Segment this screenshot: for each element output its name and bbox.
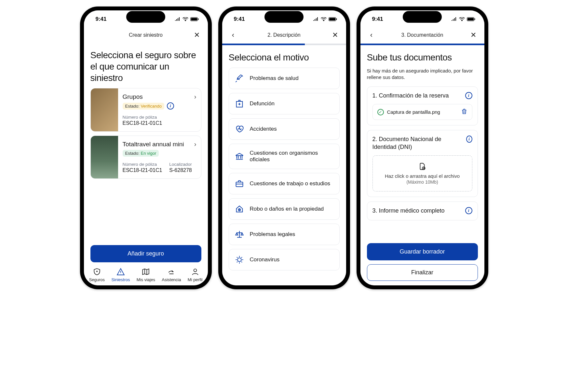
back-icon[interactable]: ‹ <box>367 31 376 40</box>
save-draft-button[interactable]: Guardar borrador <box>367 243 478 260</box>
policy-name: Totaltravel annual mini <box>123 141 184 148</box>
info-icon[interactable]: i <box>465 207 472 214</box>
dropzone-hint: Haz click o arrastra aquí el archivo <box>376 173 469 179</box>
close-icon[interactable]: ✕ <box>192 31 201 40</box>
locator: Localizador S-628278 <box>169 162 192 173</box>
status-time: 9:41 <box>234 16 245 22</box>
tab-mi-perfil[interactable]: Mi perfil <box>188 268 203 282</box>
motive-label: Problemas de salud <box>250 75 299 82</box>
briefcase-icon <box>235 179 244 188</box>
battery-icon <box>190 17 199 21</box>
virus-icon <box>235 255 244 264</box>
tab-bar: Seguros Siniestros Mis viajes Asistencia… <box>84 266 208 285</box>
cellular-icon <box>451 17 457 21</box>
trash-icon[interactable] <box>461 108 467 116</box>
policy-card[interactable]: Totaltravel annual mini › Estado: En vig… <box>90 136 201 179</box>
bank-icon <box>235 152 244 161</box>
dropzone-max: (Máximo 10Mb) <box>376 179 469 185</box>
wifi-icon <box>321 17 327 21</box>
policy-thumbnail <box>91 88 118 131</box>
back-icon[interactable]: ‹ <box>229 31 238 40</box>
assistance-icon <box>167 268 176 276</box>
svg-rect-1 <box>191 18 197 20</box>
shield-icon <box>93 268 101 276</box>
status-time: 9:41 <box>372 16 383 22</box>
svg-rect-12 <box>467 18 474 20</box>
motive-legal[interactable]: Problemas legales <box>229 224 340 245</box>
doc-title: 1. Confirmación de la reserva <box>372 92 449 99</box>
file-dropzone[interactable]: Haz click o arrastra aquí el archivo (Má… <box>372 155 472 191</box>
file-name: Captura de pantallla.png <box>387 109 440 115</box>
header-title: 2. Descripción <box>238 32 331 38</box>
motive-accidents[interactable]: Accidentes <box>229 118 340 140</box>
scales-icon <box>235 230 244 239</box>
motive-label: Cuestiones con organismos oficiales <box>250 150 333 163</box>
status-time: 9:41 <box>96 16 107 22</box>
svg-rect-6 <box>336 19 337 20</box>
svg-point-10 <box>237 258 241 262</box>
svg-rect-2 <box>198 19 198 20</box>
svg-rect-13 <box>474 19 475 20</box>
motive-theft-damage[interactable]: Robo o daños en la propiedad <box>229 198 340 220</box>
policy-number: Número de póliza ESC18-I21-01C1 <box>123 115 162 126</box>
header-title: Crear siniestro <box>100 32 192 38</box>
status-badge: Estado: En vigor <box>123 150 159 157</box>
status-indicators <box>313 17 337 21</box>
close-icon[interactable]: ✕ <box>331 31 340 40</box>
alert-triangle-icon <box>116 268 125 276</box>
info-icon[interactable]: i <box>465 92 472 99</box>
syringe-icon <box>235 74 244 83</box>
upload-file-icon <box>376 162 469 171</box>
tab-siniestros[interactable]: Siniestros <box>111 268 130 282</box>
info-icon[interactable]: i <box>466 136 472 143</box>
tab-seguros[interactable]: Seguros <box>89 268 105 282</box>
doc-group-dni: 2. Documento Nacional de Identidad (DNI)… <box>367 130 478 197</box>
check-circle-icon: ✓ <box>377 109 384 115</box>
battery-icon <box>467 17 475 21</box>
svg-rect-5 <box>329 18 335 20</box>
cellular-icon <box>313 17 319 21</box>
policy-card[interactable]: Grupos › Estado: Verificando i Número de… <box>90 88 201 132</box>
status-badge: Estado: Verificando <box>123 103 164 110</box>
motive-label: Problemas legales <box>250 231 295 238</box>
motive-label: Coronavirus <box>250 256 280 263</box>
status-indicators <box>451 17 475 21</box>
page-title: Selecciona el motivo <box>229 52 340 63</box>
policy-name: Grupos <box>123 93 143 100</box>
motive-label: Cuestiones de trabajo o estudios <box>250 180 331 187</box>
header-title: 3. Documentación <box>376 32 469 38</box>
motive-label: Defunción <box>250 100 275 107</box>
cellular-icon <box>175 17 181 21</box>
tab-mis-viajes[interactable]: Mis viajes <box>137 268 155 282</box>
add-insurance-button[interactable]: Añadir seguro <box>90 245 201 262</box>
motive-label: Accidentes <box>250 126 277 132</box>
app-header: ‹ 2. Descripción ✕ <box>222 28 346 44</box>
policy-thumbnail <box>91 136 118 178</box>
info-icon[interactable]: i <box>167 102 174 110</box>
svg-point-3 <box>194 269 196 272</box>
finish-button[interactable]: Finalizar <box>367 264 478 281</box>
status-indicators <box>175 17 199 21</box>
app-header: Crear siniestro ✕ <box>84 28 208 44</box>
map-icon <box>142 268 150 276</box>
uploaded-file: ✓ Captura de pantallla.png <box>372 104 472 120</box>
tab-asistencia[interactable]: Asistencia <box>162 268 181 282</box>
motive-coronavirus[interactable]: Coronavirus <box>229 249 340 270</box>
motive-health[interactable]: Problemas de salud <box>229 68 340 89</box>
user-icon <box>191 268 199 276</box>
page-title: Selecciona el seguro sobre el que comuni… <box>90 49 201 84</box>
motive-death[interactable]: Defunción <box>229 93 340 114</box>
motive-official[interactable]: Cuestiones con organismos oficiales <box>229 144 340 169</box>
close-icon[interactable]: ✕ <box>469 31 478 40</box>
policy-number: Número de póliza ESC18-I21-01C1 <box>123 162 162 173</box>
page-title: Sube tus documentos <box>367 52 478 63</box>
chevron-right-icon: › <box>194 93 196 100</box>
battery-icon <box>329 17 337 21</box>
doc-title: 2. Documento Nacional de Identidad (DNI) <box>372 136 463 151</box>
wifi-icon <box>183 17 188 21</box>
app-header: ‹ 3. Documentación ✕ <box>360 28 484 44</box>
heart-icon <box>235 124 244 134</box>
page-subtitle: Si hay más de un asegurado implicado, po… <box>367 68 478 81</box>
hospital-icon <box>235 99 244 108</box>
motive-work-study[interactable]: Cuestiones de trabajo o estudios <box>229 173 340 194</box>
